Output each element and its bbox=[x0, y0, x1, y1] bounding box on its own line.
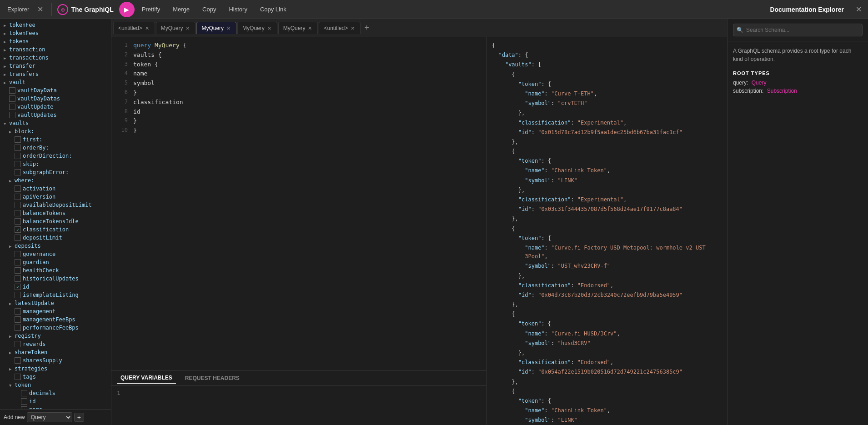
tab-close-button[interactable]: ✕ bbox=[144, 25, 150, 31]
tree-item[interactable]: isTemplateListing bbox=[0, 291, 111, 299]
field-checkbox[interactable] bbox=[15, 292, 21, 298]
tree-item[interactable]: ✓classification bbox=[0, 225, 111, 234]
tree-item[interactable]: sharesSupply bbox=[0, 356, 111, 365]
tree-item[interactable]: tokenFees bbox=[0, 29, 111, 37]
tree-item[interactable]: apiVersion bbox=[0, 193, 111, 201]
tree-item[interactable]: vaultDayData bbox=[0, 86, 111, 95]
query-variables-tab[interactable]: QUERY VARIABLES bbox=[117, 373, 176, 384]
doc-search-input[interactable] bbox=[733, 24, 863, 36]
tree-item[interactable]: registry bbox=[0, 332, 111, 340]
field-checkbox[interactable] bbox=[15, 325, 21, 331]
prettify-button[interactable]: Prettify bbox=[136, 4, 166, 15]
tree-item[interactable]: transaction bbox=[0, 45, 111, 54]
history-button[interactable]: History bbox=[223, 4, 252, 15]
tree-item[interactable]: historicalUpdates bbox=[0, 275, 111, 283]
tree-item[interactable]: shareToken bbox=[0, 348, 111, 356]
tree-item[interactable]: vault bbox=[0, 78, 111, 86]
field-checkbox[interactable] bbox=[21, 398, 27, 405]
tree-item[interactable]: healthCheck bbox=[0, 266, 111, 275]
tree-item[interactable]: token bbox=[0, 381, 111, 389]
tab-close-button[interactable]: ✕ bbox=[266, 25, 272, 31]
add-tab-button[interactable]: + bbox=[361, 23, 372, 33]
tree-item[interactable]: governance bbox=[0, 250, 111, 258]
field-checkbox[interactable] bbox=[15, 316, 21, 323]
field-checkbox[interactable] bbox=[15, 194, 21, 200]
merge-button[interactable]: Merge bbox=[167, 4, 195, 15]
field-checkbox[interactable] bbox=[15, 357, 21, 364]
tree-item[interactable]: transfer bbox=[0, 62, 111, 70]
field-checkbox[interactable] bbox=[15, 374, 21, 380]
tree-item[interactable]: guardian bbox=[0, 258, 111, 266]
field-checkbox[interactable] bbox=[9, 104, 15, 110]
field-checkbox[interactable] bbox=[15, 202, 21, 208]
tree-item[interactable]: depositLimit bbox=[0, 234, 111, 242]
tree-item[interactable]: id bbox=[0, 397, 111, 405]
tree-item[interactable]: balanceTokensIdle bbox=[0, 217, 111, 225]
tab-close-button[interactable]: ✕ bbox=[307, 25, 313, 31]
field-checkbox[interactable] bbox=[15, 145, 21, 151]
tab-untitled-2[interactable]: <untitled> ✕ bbox=[319, 22, 361, 34]
explorer-close-button[interactable]: ✕ bbox=[35, 4, 46, 15]
tree-item[interactable]: availableDepositLimit bbox=[0, 201, 111, 209]
tab-untitled-1[interactable]: <untitled> ✕ bbox=[113, 22, 155, 34]
tree-item[interactable]: orderBy: bbox=[0, 144, 111, 152]
tree-item[interactable]: transfers bbox=[0, 70, 111, 78]
tree-item[interactable]: vaultUpdate bbox=[0, 103, 111, 111]
query-type-link[interactable]: Query bbox=[752, 80, 767, 86]
tree-item[interactable]: performanceFeeBps bbox=[0, 324, 111, 332]
tree-item[interactable]: vaults bbox=[0, 119, 111, 127]
subscription-type-link[interactable]: Subscription bbox=[767, 88, 797, 94]
tab-myquery-3[interactable]: MyQuery ✕ bbox=[237, 22, 277, 34]
field-checkbox[interactable] bbox=[15, 308, 21, 315]
copy-link-button[interactable]: Copy Link bbox=[255, 4, 292, 15]
field-checkbox[interactable]: ✓ bbox=[15, 226, 21, 233]
field-checkbox[interactable] bbox=[9, 95, 15, 102]
field-checkbox[interactable] bbox=[15, 259, 21, 265]
tree-item[interactable]: subgraphError: bbox=[0, 168, 111, 176]
request-headers-tab[interactable]: REQUEST HEADERS bbox=[181, 373, 243, 383]
field-checkbox[interactable] bbox=[9, 112, 15, 118]
field-checkbox[interactable] bbox=[15, 136, 21, 143]
tree-item[interactable]: block: bbox=[0, 127, 111, 135]
tree-item[interactable]: where: bbox=[0, 176, 111, 185]
tab-myquery-4[interactable]: MyQuery ✕ bbox=[278, 22, 318, 34]
field-checkbox[interactable] bbox=[15, 153, 21, 159]
field-checkbox[interactable] bbox=[9, 87, 15, 94]
tab-close-button[interactable]: ✕ bbox=[350, 25, 356, 31]
tree-item[interactable]: balanceTokens bbox=[0, 209, 111, 217]
tree-item[interactable]: ✓name bbox=[0, 405, 111, 409]
tree-item[interactable]: vaultUpdates bbox=[0, 111, 111, 119]
tab-myquery-2[interactable]: MyQuery ✕ bbox=[196, 22, 236, 34]
copy-button[interactable]: Copy bbox=[197, 4, 221, 15]
tree-item[interactable]: skip: bbox=[0, 160, 111, 168]
tree-item[interactable]: tokens bbox=[0, 37, 111, 45]
tree-item[interactable]: transactions bbox=[0, 54, 111, 62]
tree-item[interactable]: ✓id bbox=[0, 283, 111, 291]
field-checkbox[interactable] bbox=[15, 218, 21, 225]
field-checkbox[interactable] bbox=[15, 169, 21, 175]
tree-item[interactable]: rewards bbox=[0, 340, 111, 348]
add-new-select[interactable]: Query Mutation Subscription bbox=[27, 412, 72, 422]
field-checkbox[interactable] bbox=[15, 341, 21, 347]
tree-item[interactable]: strategies bbox=[0, 365, 111, 373]
tree-item[interactable]: vaultDayDatas bbox=[0, 95, 111, 103]
tree-item[interactable]: first: bbox=[0, 135, 111, 144]
tree-item[interactable]: tags bbox=[0, 373, 111, 381]
field-checkbox[interactable] bbox=[15, 185, 21, 192]
field-checkbox[interactable] bbox=[15, 267, 21, 274]
code-area[interactable]: 1query MyQuery {2 vaults {3 token {4 nam… bbox=[111, 37, 486, 370]
add-new-plus-button[interactable]: + bbox=[74, 413, 84, 422]
tree-item[interactable]: orderDirection: bbox=[0, 152, 111, 160]
tab-close-button[interactable]: ✕ bbox=[185, 25, 191, 31]
tab-close-button[interactable]: ✕ bbox=[226, 25, 231, 31]
doc-explorer-close-button[interactable]: ✕ bbox=[853, 4, 864, 15]
run-button[interactable]: ▶ bbox=[119, 2, 135, 17]
tree-item[interactable]: latestUpdate bbox=[0, 299, 111, 307]
tree-item[interactable]: managementFeeBps bbox=[0, 315, 111, 324]
field-checkbox[interactable] bbox=[15, 210, 21, 216]
field-checkbox[interactable] bbox=[15, 235, 21, 241]
field-checkbox[interactable]: ✓ bbox=[15, 284, 21, 290]
field-checkbox[interactable] bbox=[15, 275, 21, 282]
tree-item[interactable]: deposits bbox=[0, 242, 111, 250]
tree-item[interactable]: tokenFee bbox=[0, 21, 111, 29]
